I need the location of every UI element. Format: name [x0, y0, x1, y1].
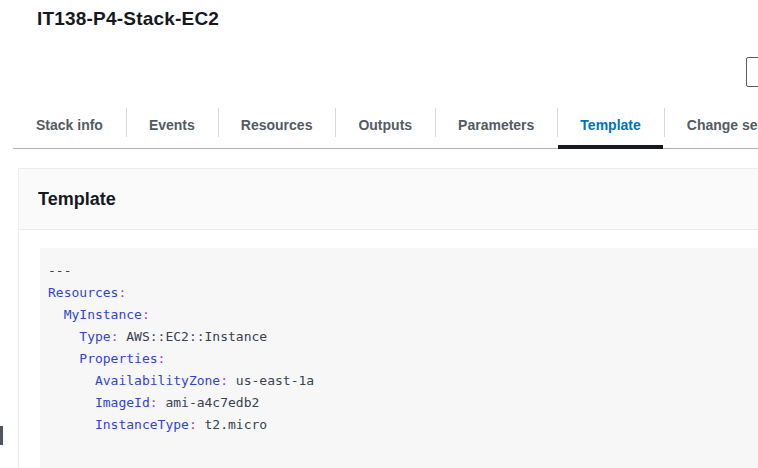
tab-outputs[interactable]: Outputs — [335, 101, 435, 148]
yaml-line: --- — [48, 260, 758, 282]
tab-events[interactable]: Events — [126, 101, 218, 148]
yaml-line: Properties: — [48, 348, 758, 370]
template-panel-title: Template — [38, 189, 116, 210]
tab-label: Outputs — [358, 117, 412, 133]
page-title: IT138-P4-Stack-EC2 — [37, 8, 219, 30]
tab-label: Change sets — [687, 117, 758, 133]
yaml-line: ImageId: ami-a4c7edb2 — [48, 392, 758, 414]
stack-tab-bar: Stack info Events Resources Outputs Para… — [13, 101, 758, 149]
tab-label: Stack info — [36, 117, 103, 133]
template-panel-content: --- Resources: MyInstance: Type: AWS::EC… — [19, 230, 758, 468]
tab-label: Events — [149, 117, 195, 133]
tab-label: Template — [580, 117, 640, 133]
yaml-line: Resources: — [48, 282, 758, 304]
partial-action-button[interactable] — [746, 57, 758, 87]
template-panel-header: Template — [19, 169, 758, 230]
tab-stack-info[interactable]: Stack info — [13, 101, 126, 148]
yaml-line: MyInstance: — [48, 304, 758, 326]
tab-change-sets[interactable]: Change sets — [664, 101, 758, 148]
tab-parameters[interactable]: Parameters — [435, 101, 557, 148]
template-panel: Template --- Resources: MyInstance: Type… — [18, 168, 758, 468]
tab-label: Parameters — [458, 117, 534, 133]
template-code-viewer[interactable]: --- Resources: MyInstance: Type: AWS::EC… — [40, 248, 758, 468]
tab-resources[interactable]: Resources — [218, 101, 336, 148]
left-edge-scrollbar-thumb[interactable] — [0, 426, 3, 445]
yaml-line: InstanceType: t2.micro — [48, 414, 758, 436]
tab-label: Resources — [241, 117, 313, 133]
yaml-line: Type: AWS::EC2::Instance — [48, 326, 758, 348]
active-tab-underline — [558, 145, 662, 149]
tab-template[interactable]: Template — [557, 101, 663, 148]
yaml-line: AvailabilityZone: us-east-1a — [48, 370, 758, 392]
